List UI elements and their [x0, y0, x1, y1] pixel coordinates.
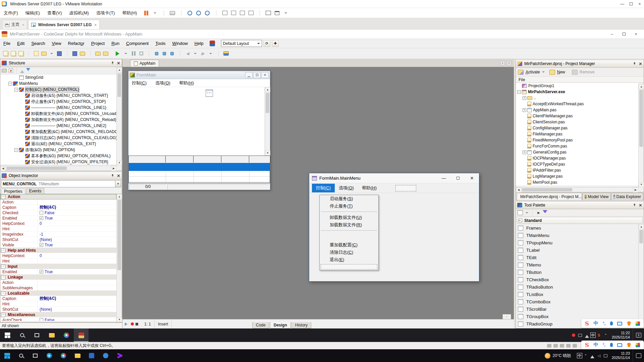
delphi-menu-item[interactable]: Window: [169, 41, 191, 46]
toolbar-button[interactable]: [169, 50, 175, 57]
menu-designer-top-item[interactable]: 选项(O): [335, 184, 358, 192]
close-page-icon[interactable]: ✕: [507, 61, 511, 65]
hdd-indicator-icon[interactable]: [547, 344, 551, 348]
sogou-logo-icon[interactable]: S: [585, 342, 589, 348]
property-row[interactable]: Linkage: [0, 275, 116, 280]
collapse-icon[interactable]: −: [519, 219, 522, 222]
tp-vscrollbar[interactable]: ▲ ▼: [638, 224, 644, 328]
palette-component-item[interactable]: TButton: [516, 268, 638, 276]
host-file-explorer-icon[interactable]: [70, 349, 85, 362]
mainmenu-component-icon[interactable]: [206, 89, 213, 97]
property-row[interactable]: Help and Hints: [0, 248, 116, 253]
property-value[interactable]: 0: [38, 221, 42, 226]
structure-tree-item[interactable]: 退出(&E) {MENU_CONTROL_EXIT}: [0, 141, 116, 147]
property-row[interactable]: Action: [0, 280, 116, 285]
structure-tree-item[interactable]: 卸载数据文件(&U) {MENU_CONTROL_UnLoad}: [0, 111, 116, 117]
vmware-toolbar-icon[interactable]: [160, 10, 167, 16]
tree-expander-icon[interactable]: [20, 154, 25, 158]
project-tree-item[interactable]: LogManager.pas: [516, 173, 638, 179]
property-row[interactable]: ImageIndex -1: [0, 232, 116, 237]
menu-designer-dropdown-item[interactable]: 停止服务(T): [320, 202, 378, 210]
vmware-toolbar-icon[interactable]: [212, 10, 220, 16]
vm-start-button[interactable]: [0, 328, 15, 342]
new-button[interactable]: New: [557, 70, 565, 74]
tray-network-icon[interactable]: [589, 353, 596, 359]
menu-designer-top-item[interactable]: 控制(C): [312, 184, 335, 192]
keyboard-icon[interactable]: [617, 343, 622, 347]
project-tree-item[interactable]: ConfigManager.pas: [516, 125, 638, 131]
vmware-menu-item[interactable]: 文件(F): [0, 10, 22, 16]
project-tree-item[interactable]: MemPool.pas: [516, 179, 638, 185]
project-tree-item[interactable]: ClientFileManager.pas: [516, 113, 638, 119]
property-value[interactable]: False: [38, 210, 54, 215]
editor-corner-button[interactable]: ▫: [502, 314, 511, 319]
punctuation-icon[interactable]: °,: [603, 321, 605, 326]
vm-search-button[interactable]: [15, 328, 30, 342]
mic-icon[interactable]: [610, 343, 613, 347]
tree-expander-icon[interactable]: [14, 75, 19, 79]
mic-icon[interactable]: [610, 321, 613, 325]
host-app-icon[interactable]: [99, 349, 113, 362]
tray-icon[interactable]: [577, 332, 584, 338]
save-layout-icon[interactable]: ⟳: [264, 40, 270, 47]
minimize-button[interactable]: ▁: [245, 72, 253, 78]
host-action-center[interactable]: [633, 349, 644, 362]
tree-expander-icon[interactable]: +: [523, 96, 526, 100]
palette-component-item[interactable]: TMainMenu: [516, 232, 638, 239]
menu-designer-dropdown-item[interactable]: 卸载数据文件(U): [320, 214, 378, 221]
tree-expander-icon[interactable]: [523, 156, 527, 160]
chinese-mode-icon[interactable]: 中: [594, 342, 598, 348]
close-icon[interactable]: ✕: [117, 173, 120, 178]
host-start-button[interactable]: [0, 349, 14, 362]
vmware-toolbar-icon[interactable]: [195, 10, 202, 16]
project-tree-item[interactable]: IPAddrFilter.pas: [516, 167, 638, 173]
view-tab[interactable]: Code: [252, 322, 269, 328]
menu-designer-dropdown-item[interactable]: 重加载配置(C): [320, 241, 378, 249]
structure-tree-item[interactable]: StringGrid: [0, 74, 116, 80]
delphi-menu-item[interactable]: Component: [123, 41, 152, 46]
host-app-icon[interactable]: [85, 349, 99, 362]
tray-caret-icon[interactable]: ⌃: [582, 353, 589, 359]
maximize-button[interactable]: [451, 173, 465, 183]
tree-expander-icon[interactable]: [523, 114, 527, 118]
host-taskview-button[interactable]: [28, 349, 42, 362]
desktop-layout-combobox[interactable]: Default Layout: [221, 40, 262, 47]
close-button[interactable]: ✕: [261, 72, 269, 78]
delphi-menu-item[interactable]: Run: [108, 41, 123, 46]
structure-tree-item[interactable]: − 选项(&O) {MENU_OPTION}: [0, 147, 116, 153]
structure-tree-item[interactable]: 停止服务(&T) {MENU_CONTROL_STOP}: [0, 99, 116, 105]
host-clock[interactable]: 11:23 2025/11/14: [609, 351, 633, 360]
tray-language-icon[interactable]: 中: [577, 353, 582, 358]
tree-expander-icon[interactable]: [20, 160, 25, 164]
toolbar-button[interactable]: [115, 50, 121, 57]
property-value[interactable]: ✓True: [38, 243, 53, 247]
minimize-button[interactable]: —: [437, 173, 451, 183]
tray-network-icon[interactable]: [584, 332, 590, 338]
property-row[interactable]: Action: [0, 199, 116, 205]
close-icon[interactable]: ✕: [639, 203, 642, 208]
menu-designer-dropdown-item[interactable]: [320, 210, 378, 214]
property-row[interactable]: Enabled ✓True: [0, 216, 116, 221]
vm-delphi-icon[interactable]: [74, 328, 89, 342]
vmware-toolbar-icon[interactable]: [169, 10, 176, 16]
palette-component-item[interactable]: Frames: [516, 224, 638, 232]
network-indicator-icon[interactable]: [560, 344, 564, 348]
tree-expander-icon[interactable]: [523, 102, 527, 106]
toolbar-button[interactable]: [56, 50, 63, 57]
tree-expander-icon[interactable]: [20, 124, 25, 128]
project-tree-item[interactable]: ProjectGroup1: [516, 83, 638, 89]
tab-close-icon[interactable]: ×: [94, 23, 96, 27]
vm-file-explorer-icon[interactable]: [44, 328, 59, 342]
property-value[interactable]: 控制(&C): [38, 204, 56, 210]
toolbar-button[interactable]: [25, 50, 32, 57]
toolbar-button[interactable]: [10, 50, 16, 57]
tree-expander-icon[interactable]: −: [14, 148, 18, 152]
delphi-menu-item[interactable]: Edit: [14, 41, 28, 46]
property-value[interactable]: (None): [38, 307, 52, 312]
tree-expander-icon[interactable]: −: [8, 82, 12, 85]
toolbar-button[interactable]: [33, 50, 40, 57]
structure-tree-item[interactable]: − MainMenu: [0, 80, 116, 86]
vmware-toolbar-icon[interactable]: [186, 10, 194, 16]
toolbar-button[interactable]: [41, 50, 47, 57]
tree-expander-icon[interactable]: [523, 162, 527, 166]
